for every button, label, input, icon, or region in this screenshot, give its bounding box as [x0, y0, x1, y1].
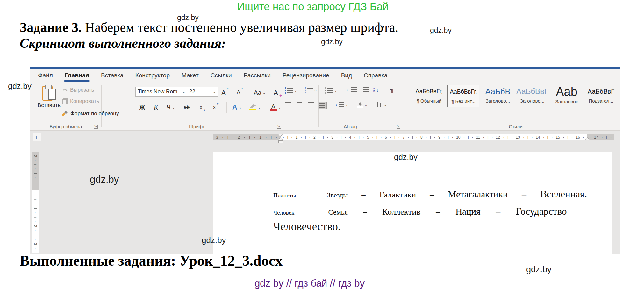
copy-button[interactable]: Копировать — [62, 98, 99, 104]
clear-formatting-button[interactable]: A ◆ — [274, 88, 282, 97]
ribbon-tab[interactable]: Вид — [341, 72, 352, 79]
chevron-down-icon[interactable]: ⌄ — [172, 106, 175, 109]
style-card[interactable]: АаБбВвГ Подзагол... — [585, 85, 617, 107]
font-size-combobox[interactable]: 22 ⌄ — [187, 87, 218, 97]
chevron-down-icon[interactable]: ⌄ — [213, 90, 216, 93]
cut-button[interactable]: ✂ Вырезать — [63, 87, 94, 94]
document-line-2[interactable]: Человек–Семья–Коллектив–Нация–Государств… — [273, 206, 587, 217]
small-divider — [226, 102, 227, 113]
document-line-3[interactable]: Человечество. — [273, 220, 587, 233]
document-line-1[interactable]: Планеты–Звезды–Галактики–Метагалактики–В… — [273, 189, 587, 200]
ribbon-tab[interactable]: Ссылки — [211, 72, 232, 79]
ruler-tick: 14 — [536, 134, 540, 140]
chevron-down-icon[interactable]: ⌄ — [239, 106, 242, 109]
style-card[interactable]: АаБбВвГ Заголово... — [516, 85, 548, 107]
justify-button-active[interactable] — [318, 102, 327, 109]
ruler-tick: 2 — [238, 134, 240, 140]
tab-selector-button[interactable]: L — [33, 133, 41, 141]
first-line-indent-marker[interactable] — [278, 134, 283, 137]
ribbon-tab[interactable]: Вставка — [101, 72, 124, 79]
chevron-down-icon[interactable]: ⌄ — [314, 89, 317, 92]
style-name: Заголово... — [516, 98, 548, 104]
clear-formatting-icon: A — [274, 89, 278, 96]
document-page[interactable]: Планеты–Звезды–Галактики–Метагалактики–В… — [213, 152, 612, 254]
ruler-right-margin: ·17·ı· — [587, 134, 614, 140]
ribbon-tab[interactable]: Макет — [182, 72, 199, 79]
vruler-top-margin: 2·ı·1·ı· — [32, 152, 39, 190]
ribbon-tab[interactable]: Рецензирование — [283, 72, 329, 79]
clipboard-dialog-launcher-icon[interactable]: ↘ — [94, 125, 98, 129]
borders-button[interactable]: ⌄ — [377, 102, 387, 107]
text-effects-button[interactable]: A ⌄ — [232, 103, 242, 112]
ruler-tick: 4 — [349, 134, 351, 140]
chevron-down-icon[interactable]: ⌄ — [182, 90, 185, 93]
show-marks-button[interactable]: ¶ — [390, 87, 393, 94]
chevron-down-icon[interactable]: ⌄ — [258, 106, 261, 109]
superscript-button[interactable]: x2 — [213, 103, 219, 112]
ruler-tick: 11 — [476, 134, 480, 140]
align-right-button[interactable] — [308, 102, 314, 106]
align-center-button[interactable] — [297, 102, 302, 106]
shading-button[interactable]: ⌄ — [357, 102, 368, 108]
strikethrough-button[interactable]: ab — [184, 103, 190, 112]
numbering-lines-icon — [307, 88, 313, 92]
chevron-down-icon[interactable]: ⌄ — [364, 104, 368, 107]
italic-button[interactable]: К — [154, 103, 158, 112]
vertical-ruler[interactable]: 2·ı·1·ı· ·ı·1·ı·2·ı·3· — [32, 152, 39, 253]
horizontal-ruler[interactable]: 3·ı·2·ı·1·ı· ·ı·1·ı·2·ı·3·ı·4·ı·5·ı·6·ı·… — [213, 134, 614, 140]
ribbon-tab[interactable]: Главная — [65, 72, 89, 79]
change-case-button[interactable]: Aa ⌄ — [254, 88, 266, 97]
font-color-button[interactable]: A ⌄ — [270, 103, 281, 112]
line-spacing-button[interactable]: ↕ ⌄ — [335, 102, 348, 107]
grow-font-button[interactable]: Aˆ — [221, 88, 228, 97]
align-left-button[interactable] — [285, 102, 291, 106]
paragraph-dialog-launcher-icon[interactable]: ↘ — [397, 125, 400, 129]
chevron-down-icon[interactable]: ⌄ — [278, 106, 281, 109]
chevron-down-icon[interactable]: ⌄ — [294, 89, 297, 92]
chevron-down-icon[interactable]: ⌄ — [384, 103, 387, 106]
bullets-button[interactable]: ⌄ — [285, 87, 297, 94]
style-card[interactable]: АаБбВ Заголово... — [482, 85, 514, 107]
ruler-tick: 17 — [594, 134, 598, 140]
style-card[interactable]: АаБбВвГг, ¶ Обычный — [413, 85, 445, 107]
ruler-tick: · — [452, 134, 453, 140]
ruler-tick: 6 — [385, 134, 387, 140]
chevron-down-icon[interactable]: ⌄ — [35, 109, 63, 112]
paste-button[interactable]: Вставить ⌄ — [35, 85, 63, 112]
sort-button[interactable]: АЯ ↓ — [373, 87, 379, 93]
decrease-indent-button[interactable]: ← — [346, 87, 357, 92]
ribbon-tab[interactable]: Конструктор — [135, 72, 170, 79]
arrow-right-icon: → — [358, 87, 362, 92]
ruler-tick: · — [336, 134, 338, 140]
hanging-indent-marker[interactable] — [278, 138, 283, 140]
text-highlight-button[interactable]: ⌄ — [249, 103, 261, 112]
chevron-down-icon[interactable]: ⌄ — [345, 103, 348, 106]
underline-button[interactable]: Ч ⌄ — [167, 103, 175, 112]
shrink-font-button[interactable]: Aˇ — [237, 88, 243, 97]
ruler-tick: ı — [33, 181, 37, 182]
ruler-tick: · — [244, 134, 245, 140]
bold-button[interactable]: Ж — [139, 103, 145, 112]
style-card[interactable]: АаБбВвГг, ¶ Без инт... — [447, 85, 479, 107]
chevron-down-icon[interactable]: ⌄ — [334, 89, 337, 92]
multilevel-list-button[interactable]: ⌄ — [325, 87, 337, 94]
screenshot-caption: Скриншот выполненного задания: — [20, 36, 226, 51]
style-card[interactable]: Aab Заголовок — [551, 85, 583, 107]
subscript-button[interactable]: x2 — [200, 103, 205, 112]
numbering-button[interactable]: 123 ⌄ — [305, 87, 317, 93]
justify-icon — [319, 103, 325, 108]
right-indent-marker[interactable] — [585, 138, 590, 140]
font-dialog-launcher-icon[interactable]: ↘ — [277, 125, 281, 129]
document-canvas: 2·ı·1·ı· ·ı·1·ı·2·ı·3· Планеты–Звезды–Га… — [30, 143, 620, 254]
ruler-tick: · — [318, 134, 320, 140]
format-painter-button[interactable]: Формат по образцу — [61, 110, 119, 117]
increase-indent-button[interactable]: → — [358, 87, 369, 92]
ribbon-tab[interactable]: Файл — [38, 72, 53, 79]
style-sample: АаБбВвГг, — [448, 88, 479, 96]
ribbon-tab[interactable]: Рассылки — [244, 72, 271, 79]
left-indent-marker[interactable] — [278, 140, 283, 143]
ribbon-tab[interactable]: Справка — [364, 72, 388, 79]
style-sample: АаБбВвГг, — [413, 87, 445, 96]
ruler-tick: 16 — [576, 134, 580, 140]
font-family-combobox[interactable]: Times New Rom ⌄ — [135, 87, 188, 97]
